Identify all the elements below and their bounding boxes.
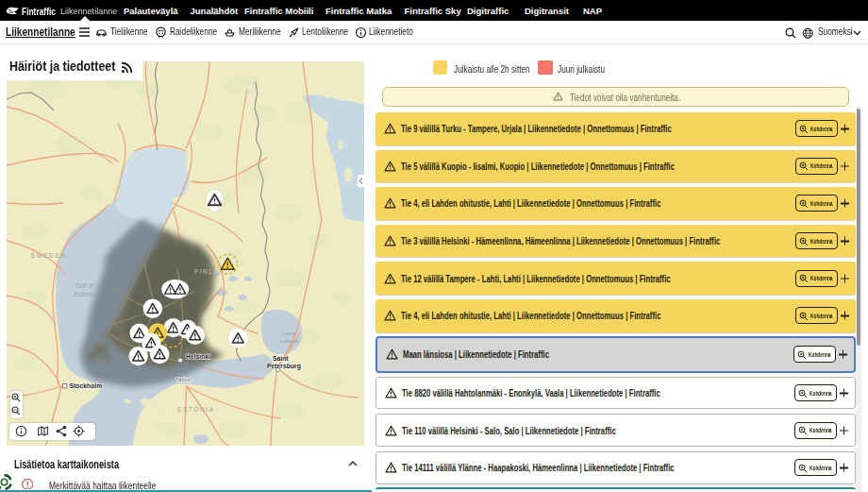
svg-text:ESTONIA: ESTONIA [177, 405, 215, 412]
svg-text:Gulf of: Gulf of [75, 282, 92, 289]
svg-text:SWEDEN: SWEDEN [30, 252, 66, 259]
svg-text:Tallinn: Tallinn [175, 375, 192, 382]
svg-text:Petersburg: Petersburg [267, 362, 301, 369]
svg-text:Saint: Saint [273, 354, 289, 361]
svg-text:Bothnia: Bothnia [74, 290, 94, 297]
svg-text:Stockholm: Stockholm [69, 382, 102, 389]
svg-text:Helsinki: Helsinki [186, 352, 210, 359]
svg-text:Lake: Lake [282, 331, 295, 336]
svg-text:Ladoga: Ladoga [279, 337, 299, 343]
